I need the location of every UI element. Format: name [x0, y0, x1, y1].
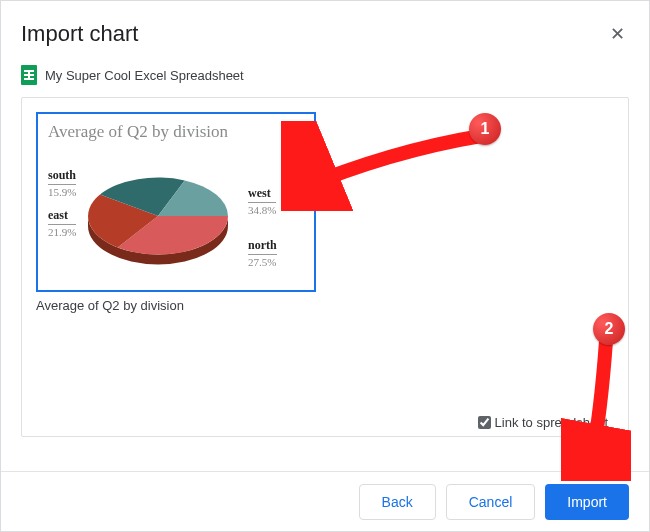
import-chart-dialog: Import chart ✕ My Super Cool Excel Sprea…: [0, 0, 650, 532]
import-button[interactable]: Import: [545, 484, 629, 520]
dialog-header: Import chart ✕: [1, 1, 649, 59]
annotation-badge-1: 1: [469, 113, 501, 145]
slice-label-west: west 34.8%: [248, 186, 276, 218]
annotation-badge-2: 2: [593, 313, 625, 345]
cancel-button[interactable]: Cancel: [446, 484, 536, 520]
pie-chart: west 34.8% north 27.5% east 21.9% south …: [48, 146, 308, 276]
close-icon[interactable]: ✕: [606, 19, 629, 49]
back-button[interactable]: Back: [359, 484, 436, 520]
slice-label-east: east 21.9%: [48, 208, 76, 240]
slice-label-north: north 27.5%: [248, 238, 277, 270]
chart-title: Average of Q2 by division: [48, 122, 304, 142]
thumbnail-caption: Average of Q2 by division: [36, 298, 614, 313]
sheets-icon: [21, 65, 37, 85]
source-name: My Super Cool Excel Spreadsheet: [45, 68, 244, 83]
chart-thumbnail[interactable]: Average of Q2 by division: [36, 112, 316, 292]
link-checkbox[interactable]: [478, 416, 491, 429]
link-spreadsheet-option[interactable]: Link to spreadsheet: [478, 415, 608, 430]
dialog-title: Import chart: [21, 21, 138, 47]
source-row: My Super Cool Excel Spreadsheet: [1, 59, 649, 97]
chart-picker-panel: Average of Q2 by division: [21, 97, 629, 437]
slice-label-south: south 15.9%: [48, 168, 76, 200]
dialog-footer: Back Cancel Import: [1, 471, 649, 531]
link-label: Link to spreadsheet: [495, 415, 608, 430]
